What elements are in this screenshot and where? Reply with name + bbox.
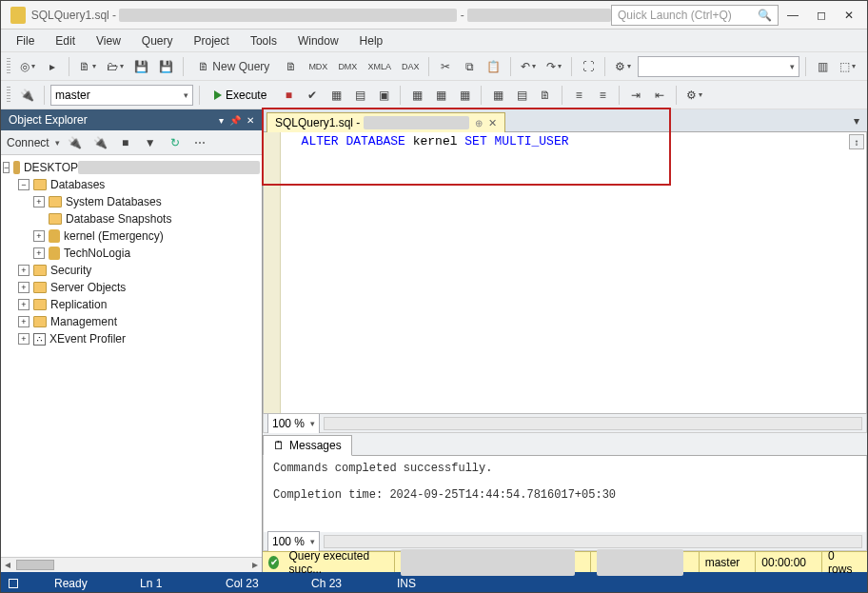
close-tab-icon[interactable]: ✕ [488,117,497,129]
tree-sysdb[interactable]: + System Databases [3,193,260,210]
tree-server-objects[interactable]: + Server Objects [3,279,260,296]
comment-icon[interactable]: ≡ [568,85,589,106]
change-connection-icon[interactable]: 🔌 [16,85,38,106]
expand-icon[interactable]: + [33,247,45,259]
quick-launch-input[interactable]: Quick Launch (Ctrl+Q) 🔍 [611,5,779,26]
refresh-icon[interactable]: ↻ [165,132,186,153]
nav-back-button[interactable]: ◎ [16,56,39,77]
indent-icon[interactable]: ⇥ [625,85,646,106]
expand-icon[interactable]: + [18,299,30,310]
query-options-icon[interactable]: ▤ [349,85,370,106]
pin-icon[interactable]: 📌 [229,115,241,126]
dmx-icon[interactable]: DMX [334,56,361,77]
menu-file[interactable]: File [7,31,44,50]
tree-xevent[interactable]: + ⛬ XEvent Profiler [3,330,260,347]
tree-replication[interactable]: + Replication [3,296,260,313]
results-file-icon[interactable]: 🗎 [535,85,556,106]
menu-edit[interactable]: Edit [46,31,85,50]
menu-tools[interactable]: Tools [241,31,286,50]
editor-text[interactable]: ALTER DATABASE kernel SET MULTI_USER [281,132,866,413]
document-tab[interactable]: SQLQuery1.sql - DE...\Kernel30 (58))* ⊕ … [266,112,505,132]
tree-tech-db[interactable]: + TechNoLogia [3,245,260,262]
expand-icon[interactable]: + [18,316,30,327]
launch-icon[interactable]: ▥ [812,56,833,77]
stop-button[interactable]: ■ [278,85,299,106]
messages-pane[interactable]: Commands completed successfully. Complet… [263,456,867,532]
object-explorer-header[interactable]: Object Explorer ▾ 📌 ✕ [1,109,262,130]
object-tree[interactable]: − DESKTOPXXXXXX\SQLEXPRESS (SQL Serv − D… [1,155,262,557]
tree-server[interactable]: − DESKTOPXXXXXX\SQLEXPRESS (SQL Serv [3,159,260,176]
scrollbar-thumb[interactable] [16,560,54,570]
expand-icon[interactable]: + [18,282,30,293]
tabs-dropdown-icon[interactable]: ▾ [846,110,867,131]
nav-fwd-button[interactable]: ▸ [42,56,63,77]
new-query-button[interactable]: 🗎 New Query [189,56,278,77]
specify-values-icon[interactable]: ⚙ [682,85,706,106]
undo-button[interactable]: ↶ [517,56,540,77]
expand-icon[interactable]: + [18,265,30,276]
intellisense-icon[interactable]: ▣ [373,85,394,106]
paste-button[interactable]: 📋 [483,56,504,77]
menu-project[interactable]: Project [185,31,239,50]
live-stats-icon[interactable]: ▦ [430,85,451,106]
menu-view[interactable]: View [87,31,130,50]
messages-tab[interactable]: 🗒 Messages [263,435,352,456]
h-scrollbar[interactable] [324,417,862,430]
execute-button[interactable]: Execute [206,86,275,105]
close-panel-icon[interactable]: ✕ [247,115,254,126]
menu-query[interactable]: Query [132,31,183,50]
tree-kernel-db[interactable]: + kernel (Emergency) [3,227,260,245]
minimize-button[interactable]: — [779,2,807,29]
collapse-icon[interactable]: − [3,162,10,173]
uncomment-icon[interactable]: ≡ [592,85,613,106]
mdx-icon[interactable]: MDX [305,56,331,77]
ext-icon[interactable]: ⬚ [836,56,859,77]
dax-icon[interactable]: DAX [398,56,424,77]
engine-query-icon[interactable]: 🗎 [281,56,302,77]
menu-help[interactable]: Help [350,31,393,50]
actual-plan-icon[interactable]: ▦ [406,85,427,106]
expand-icon[interactable]: + [18,333,30,345]
tree-databases[interactable]: − Databases [3,176,260,193]
xmla-icon[interactable]: XMLA [364,56,395,77]
client-stats-icon[interactable]: ▦ [454,85,475,106]
estimated-plan-icon[interactable]: ▦ [326,85,346,106]
pin-tab-icon[interactable]: ⊕ [475,118,483,128]
activity-monitor-icon[interactable]: ⛶ [578,56,599,77]
open-button[interactable]: 🗁 [103,56,128,77]
save-button[interactable]: 💾 [130,56,152,77]
maximize-button[interactable]: ◻ [807,2,836,29]
expand-icon[interactable]: + [33,230,45,242]
h-scrollbar[interactable] [324,535,862,548]
solution-combo[interactable]: ▾ [638,56,799,77]
parse-button[interactable]: ✔ [302,85,323,106]
zoom-combo[interactable]: 100 %▾ [267,413,320,434]
close-button[interactable]: ✕ [835,2,863,29]
filter-icon[interactable]: ▼ [140,132,161,153]
toolbar-grip[interactable] [7,87,10,104]
tree-snapshots[interactable]: Database Snapshots [3,210,260,227]
cut-button[interactable]: ✂ [435,56,456,77]
code-editor[interactable]: ALTER DATABASE kernel SET MULTI_USER ↕ [263,132,867,414]
script-options-icon[interactable]: ⚙ [611,56,635,77]
database-combo[interactable]: master▾ [50,85,193,106]
tree-management[interactable]: + Management [3,313,260,330]
search-tree-icon[interactable]: ⋯ [189,132,210,153]
new-item-button[interactable]: 🗎 [75,56,100,77]
outdent-icon[interactable]: ⇤ [649,85,670,106]
tree-security[interactable]: + Security [3,262,260,279]
horizontal-scrollbar[interactable]: ◂ ▸ [1,557,262,572]
dropdown-icon[interactable]: ▾ [219,115,224,126]
split-editor-icon[interactable]: ↕ [849,134,864,149]
redo-button[interactable]: ↷ [542,56,565,77]
collapse-icon[interactable]: − [18,179,30,190]
save-all-button[interactable]: 💾 [155,56,177,77]
expand-icon[interactable]: + [33,196,45,208]
toolbar-grip[interactable] [7,58,10,75]
menu-window[interactable]: Window [288,31,348,50]
results-text-icon[interactable]: ▤ [511,85,532,106]
copy-button[interactable]: ⧉ [459,56,480,77]
disconnect-icon[interactable]: 🔌 [89,132,111,153]
connect-icon[interactable]: 🔌 [64,132,86,153]
stop-conn-icon[interactable]: ■ [115,132,136,153]
